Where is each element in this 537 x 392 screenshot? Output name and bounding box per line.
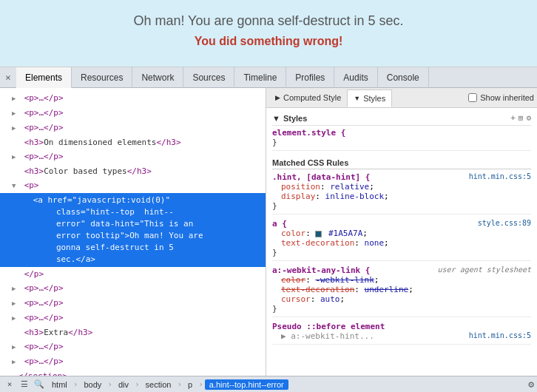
css-rule-header: a { style.css:89 — [272, 219, 531, 229]
breadcrumb-div[interactable]: div — [114, 379, 133, 390]
dom-line[interactable]: <p>…</p> — [0, 121, 266, 135]
tab-profiles[interactable]: Profiles — [286, 67, 334, 88]
styles-content: ▼ Styles + ⊞ ⚙ element.style { } — [266, 108, 537, 376]
tab-elements[interactable]: Elements — [16, 67, 72, 88]
css-property-cursor-ua: cursor: auto; — [272, 294, 531, 304]
css-rule-header: .hint, [data-hint] { hint.min.css:5 — [272, 172, 531, 182]
show-inherited-label: Show inherited — [480, 93, 534, 102]
triangle-icon[interactable] — [12, 297, 19, 310]
dom-line[interactable]: <h3>Color based types</h3> — [0, 164, 266, 178]
styles-tab-bar: ▶ Computed Style ▼ Styles Show inherited — [266, 88, 537, 108]
dom-line[interactable]: <p>…</p> — [0, 339, 266, 354]
breadcrumb-body[interactable]: body — [79, 379, 106, 390]
dom-line[interactable]: <p>…</p> — [0, 296, 266, 311]
css-rule-close: } — [272, 201, 531, 211]
css-rule-close: } — [272, 304, 531, 314]
dom-line-selected[interactable]: <a href="javascript:void(0)" class="hint… — [0, 193, 266, 267]
css-rule-hint: .hint, [data-hint] { hint.min.css:5 posi… — [272, 172, 531, 214]
dom-line[interactable]: <p>…</p> — [0, 311, 266, 325]
tab-network[interactable]: Network — [132, 67, 183, 88]
triangle-icon — [21, 195, 28, 206]
devtools-tab-bar: × Elements Resources Network Sources Tim… — [0, 67, 537, 88]
matched-css-rules-header: Matched CSS Rules — [272, 155, 531, 169]
dom-line[interactable]: <p>…</p> — [0, 281, 266, 296]
dom-line[interactable]: </section> — [0, 369, 266, 376]
styles-arrow-icon: ▼ — [272, 114, 280, 123]
show-inherited-container: Show inherited — [468, 93, 534, 102]
styles-title-text: Styles — [283, 114, 307, 123]
dom-line[interactable]: <p>…</p> — [0, 149, 266, 164]
tab-console[interactable]: Console — [378, 67, 429, 88]
dom-line[interactable]: <p>…</p> — [0, 354, 266, 369]
breadcrumb-active[interactable]: a.hint--top.hint--error — [205, 379, 288, 390]
toggle-style-button[interactable]: ⊞ — [519, 113, 524, 123]
tab-styles[interactable]: ▼ Styles — [347, 89, 392, 107]
styles-section-title: ▼ Styles — [272, 114, 307, 123]
add-style-button[interactable]: + — [510, 113, 516, 123]
triangle-icon — [6, 370, 13, 376]
show-inherited-checkbox[interactable] — [468, 93, 477, 102]
css-rule-webkit: a:-webkit-any-link { user agent styleshe… — [272, 266, 531, 317]
css-property-position: position: relative; — [272, 182, 531, 192]
styles-label: Styles — [363, 94, 385, 103]
triangle-icon[interactable] — [12, 355, 19, 368]
triangle-icon[interactable] — [12, 311, 19, 325]
css-property-pseudo: ▶ a:-webkit-hint... hint.min.css:5 — [272, 331, 531, 341]
triangle-icon[interactable] — [12, 150, 19, 163]
breadcrumb-p[interactable]: p — [183, 379, 197, 390]
page-subtitle: You did something wrong! — [0, 35, 537, 48]
triangle-icon — [12, 136, 19, 149]
css-rule-close: } — [272, 248, 531, 257]
css-rule-pseudo: Pseudo ::before element ▶ a:-webkit-hint… — [272, 322, 531, 345]
triangle-icon[interactable] — [12, 92, 19, 105]
devtools-panel: × Elements Resources Network Sources Tim… — [0, 67, 537, 392]
page-title: Oh man! You are gonna self-destruct in 5… — [0, 13, 537, 29]
gear-icon[interactable]: ⚙ — [528, 379, 534, 390]
triangle-icon — [12, 165, 19, 178]
triangle-icon — [12, 268, 19, 280]
dom-line[interactable]: </p> — [0, 267, 266, 281]
styles-triangle-icon: ▼ — [354, 95, 360, 102]
element-style-selector: element.style { — [272, 128, 531, 138]
styles-section-header: ▼ Styles + ⊞ ⚙ — [272, 111, 531, 126]
list-icon[interactable]: ☰ — [18, 378, 31, 391]
dom-line[interactable]: <p>…</p> — [0, 106, 266, 121]
close-devtools-button[interactable]: × — [0, 67, 16, 88]
css-rule-a: a { style.css:89 color: #1A5A7A; text-de… — [272, 219, 531, 261]
triangle-icon[interactable] — [12, 179, 19, 192]
triangle-icon[interactable] — [12, 121, 19, 135]
tab-computed-style[interactable]: ▶ Computed Style — [269, 89, 347, 107]
triangle-icon — [12, 326, 19, 339]
settings-style-button[interactable]: ⚙ — [526, 113, 531, 123]
css-property-color-ua: color: -webkit-link; — [272, 275, 531, 285]
styles-actions: + ⊞ ⚙ — [510, 113, 531, 123]
tab-sources[interactable]: Sources — [183, 67, 234, 88]
triangle-icon[interactable] — [12, 282, 19, 295]
css-property-color: color: #1A5A7A; — [272, 229, 531, 238]
tab-audits[interactable]: Audits — [334, 67, 377, 88]
breadcrumb-section[interactable]: section — [141, 379, 176, 390]
styles-panel: ▶ Computed Style ▼ Styles Show inherited — [266, 88, 537, 376]
search-icon[interactable]: 🔍 — [33, 378, 46, 391]
element-style-close: } — [272, 138, 531, 147]
computed-triangle-icon: ▶ — [275, 94, 280, 101]
dom-line[interactable]: <p> — [0, 178, 266, 193]
close-breadcrumb-icon[interactable]: × — [3, 378, 16, 391]
triangle-icon[interactable] — [12, 107, 19, 120]
css-rule-header: Pseudo ::before element — [272, 322, 531, 331]
dom-line[interactable]: <h3>On dimensioned elements</h3> — [0, 135, 266, 149]
css-property-td-ua: text-decoration: underline; — [272, 285, 531, 294]
css-property-text-decoration: text-decoration: none; — [272, 238, 531, 248]
dom-line[interactable]: <h3>Extra</h3> — [0, 325, 266, 339]
tab-resources[interactable]: Resources — [72, 67, 132, 88]
devtools-main: <p>…</p> <p>…</p> <p>…</p> <h3>On dimens… — [0, 88, 537, 376]
dom-panel: <p>…</p> <p>…</p> <p>…</p> <h3>On dimens… — [0, 88, 266, 376]
triangle-icon[interactable] — [12, 340, 19, 354]
computed-style-label: Computed Style — [283, 93, 341, 102]
color-swatch — [315, 231, 322, 237]
tab-timeline[interactable]: Timeline — [234, 67, 286, 88]
breadcrumb-bar: × ☰ 🔍 html › body › div › section › p › … — [0, 376, 537, 392]
css-property-display: display: inline-block; — [272, 192, 531, 201]
breadcrumb-html[interactable]: html — [47, 379, 72, 390]
dom-line[interactable]: <p>…</p> — [0, 91, 266, 106]
